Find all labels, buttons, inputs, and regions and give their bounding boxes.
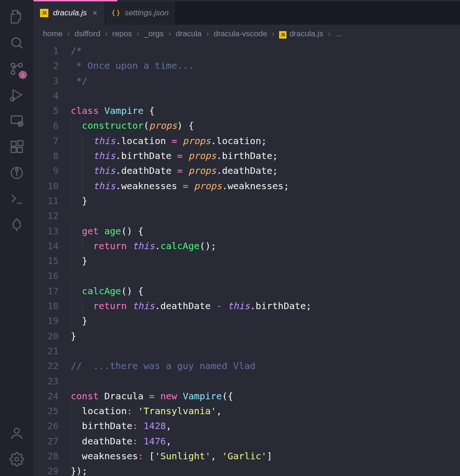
svg-point-20 [14,428,20,433]
code-line[interactable]: const Dracula = new Vampire({ [71,389,460,403]
code-line[interactable]: get age() { [71,224,460,238]
token [99,390,104,402]
token [71,405,82,416]
account-icon[interactable] [0,420,33,446]
line-number: 14 [33,238,59,253]
line-number: 9 [33,163,59,178]
tree-icon[interactable] [0,212,33,238]
token [138,436,144,447]
code-line[interactable]: deathDate: 1476, [71,434,460,449]
code-line[interactable]: location: 'Transylvania', [71,403,460,418]
breadcrumb-item[interactable]: repos [112,29,132,39]
token: , [216,405,222,416]
tab-dracula-js[interactable]: JSdracula.js× [33,1,105,25]
indent-guide [71,118,71,133]
svg-point-4 [11,63,15,67]
remote-explorer-icon[interactable] [0,108,33,134]
token [177,180,183,192]
token [71,120,82,131]
token: . [115,135,121,146]
token: . [155,300,160,311]
code-line[interactable]: this.deathDate = props.deathDate; [71,163,460,178]
close-icon[interactable]: × [92,8,99,18]
code-line[interactable]: weaknesses: ['Sunlight', 'Garlic'] [71,449,460,463]
code-line[interactable]: calcAge() { [71,284,460,298]
run-debug-icon[interactable] [0,82,33,108]
token: Dracula [104,390,143,402]
breadcrumb-item[interactable]: home [43,29,63,39]
search-icon[interactable] [0,30,33,56]
token [132,405,138,416]
line-number: 19 [33,313,59,328]
token [71,450,82,462]
code-line[interactable]: class Vampire { [71,103,460,118]
token: : [138,450,144,462]
token [71,285,82,297]
token: }); [71,465,87,476]
code-content[interactable]: /* * Once upon a time... */class Vampire… [71,43,460,476]
code-line[interactable]: }); [71,463,460,476]
token: = [183,180,188,192]
code-line[interactable] [71,374,460,389]
token: ( [144,120,149,131]
token: props [194,180,222,192]
line-number: 29 [33,463,59,476]
settings-gear-icon[interactable] [0,446,33,472]
breadcrumb-item[interactable]: dracula [176,29,202,39]
code-line[interactable]: return this.calcAge(); [71,238,460,253]
code-line[interactable]: /* [71,43,460,58]
line-number: 5 [33,103,59,118]
code-editor[interactable]: 1234567891011121314151617181920212223242… [33,43,460,476]
token: calcAge [82,285,121,297]
code-line[interactable]: } [71,193,460,208]
token: : [127,405,132,416]
breadcrumb-item[interactable]: dracula-vscode [213,29,267,39]
token [166,135,172,146]
code-line[interactable]: this.location = props.location; [71,133,460,148]
token: 'Sunlight' [155,450,211,462]
code-line[interactable]: } [71,329,460,344]
token: location [121,135,166,146]
token: . [216,150,222,161]
editor-group: JSdracula.js×settings.json home›dsifford… [33,0,460,476]
explorer-icon[interactable] [0,4,33,30]
token: - [216,300,222,311]
token: this [93,165,115,176]
token [127,240,132,251]
line-number: 16 [33,268,59,283]
token [155,390,160,402]
breadcrumb-item[interactable]: ... [335,29,342,39]
git-graph-icon[interactable] [0,160,33,186]
token: { [144,105,155,116]
code-line[interactable]: constructor(props) { [71,118,460,133]
indent-guide [82,238,82,253]
token: this [132,240,154,251]
code-line[interactable]: birthDate: 1428, [71,418,460,433]
source-control-icon[interactable]: 1 [0,56,33,82]
code-line[interactable]: this.weaknesses = props.weaknesses; [71,178,460,193]
code-line[interactable] [71,88,460,103]
breadcrumb-item[interactable]: dsifford [74,29,100,39]
code-line[interactable] [71,268,460,283]
code-line[interactable]: this.birthDate = props.birthDate; [71,148,460,163]
tab-settings-json[interactable]: settings.json [105,1,176,25]
code-line[interactable]: // ...there was a guy named Vlad [71,358,460,373]
breadcrumb-item[interactable]: JSdracula.js [279,29,323,39]
token: . [155,240,160,251]
code-line[interactable] [71,344,460,358]
tab-label: dracula.js [53,8,87,18]
token [183,165,188,176]
code-line[interactable] [71,208,460,223]
activity-bar-top: 1 [0,4,33,238]
token: deathDate [82,436,132,447]
code-line[interactable]: } [71,253,460,268]
breadcrumb-item[interactable]: _orgs [144,29,164,39]
code-line[interactable]: } [71,313,460,328]
extensions-icon[interactable] [0,134,33,160]
code-line[interactable]: return this.deathDate - this.birthDate; [71,298,460,313]
token: birthDate [82,420,132,431]
token: } [71,255,87,266]
code-line[interactable]: * Once upon a time... [71,58,460,73]
code-line[interactable]: */ [71,73,460,88]
terminal-panel-icon[interactable] [0,186,33,212]
